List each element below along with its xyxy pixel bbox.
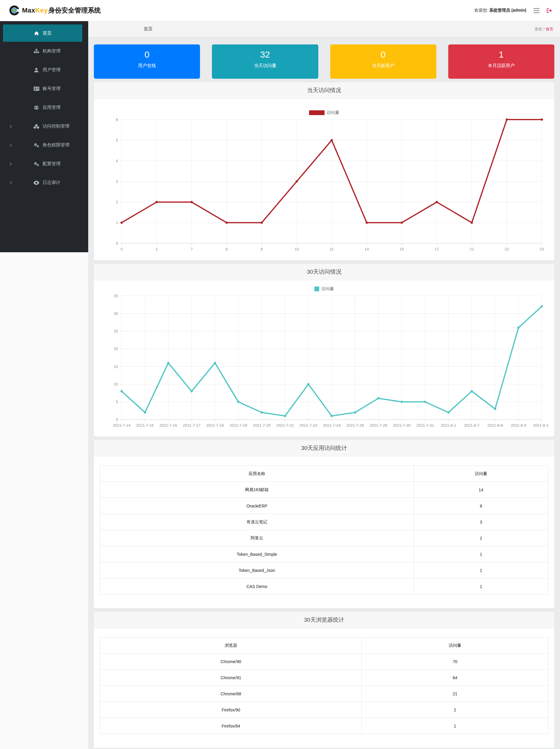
svg-text:23: 23	[540, 247, 544, 251]
chevron-right-icon	[9, 125, 12, 128]
panel-header: 30天访问情况	[94, 264, 554, 280]
svg-text:22: 22	[505, 247, 509, 251]
table-cell: 网易163邮箱	[100, 482, 414, 498]
eye-icon	[33, 181, 40, 185]
browser-stats-table: 浏览器访问量Chrome/9070Chrome/9164Chrome/8821F…	[100, 637, 548, 734]
column-header: 浏览器	[100, 638, 362, 654]
column-header: 访问量	[414, 466, 548, 482]
svg-text:4: 4	[116, 158, 118, 163]
svg-text:2021-7-14: 2021-7-14	[113, 423, 130, 428]
sidebar-item-label: 配置管理	[43, 161, 61, 167]
table-row: 有道云笔记3	[100, 514, 548, 530]
breadcrumb-separator: /	[543, 27, 544, 31]
svg-text:0: 0	[116, 241, 118, 246]
logout-button[interactable]	[546, 8, 552, 13]
sidebar-item-label: 日志审计	[43, 180, 61, 186]
content-tab-home[interactable]: 首页	[144, 26, 153, 32]
user-icon	[33, 68, 40, 72]
svg-text:2021-7-28: 2021-7-28	[346, 423, 364, 428]
sidebar-item-role-permission-management[interactable]: 角色权限管理	[0, 136, 88, 154]
sidebar-item-home[interactable]: 首页	[3, 24, 82, 42]
stat-card-today-visits: 32当天访问量	[212, 44, 318, 79]
stat-card-online-users: 0用户在线	[94, 44, 200, 79]
svg-text:2021-7-17: 2021-7-17	[183, 423, 200, 428]
cubes-icon	[33, 124, 40, 129]
panel-30day-visits: 30天访问情况 访问量 051015202530352021-7-142021-…	[94, 264, 554, 436]
table-cell: 1	[414, 546, 548, 562]
svg-text:8: 8	[226, 247, 228, 251]
table-row: Chrome/9070	[100, 654, 548, 670]
stat-label: 用户在线	[94, 63, 200, 69]
table-cell: 64	[362, 670, 548, 686]
stat-label: 当月新用户	[330, 63, 436, 69]
svg-text:2021-8-7: 2021-8-7	[464, 423, 479, 428]
sidebar-item-org-management[interactable]: 机构管理	[0, 42, 88, 61]
table-cell: Firefox/90	[100, 702, 362, 718]
table-cell: 21	[362, 686, 548, 702]
sidebar-item-label: 机构管理	[43, 48, 61, 54]
svg-text:15: 15	[400, 247, 404, 251]
sidebar-item-label: 用户管理	[43, 67, 61, 73]
svg-text:2021-7-20: 2021-7-20	[253, 423, 270, 428]
table-row: Chrome/9164	[100, 670, 548, 686]
sidebar-item-app-management[interactable]: 应用管理	[0, 98, 88, 117]
legend-swatch	[309, 110, 324, 115]
breadcrumb-root: 系统	[534, 27, 542, 31]
svg-text:2021-7-31: 2021-7-31	[416, 423, 434, 428]
sidebar-item-config-management[interactable]: 配置管理	[0, 154, 88, 173]
chart-legend[interactable]: 访问量	[100, 286, 548, 292]
svg-text:2021-7-23: 2021-7-23	[299, 423, 317, 428]
breadcrumb: 系统/首页	[534, 26, 554, 32]
svg-text:2021-8-9: 2021-8-9	[511, 423, 526, 428]
main-content: 首页 系统/首页 0用户在线32当天访问量0当月新用户1本月活跃用户 当天访问情…	[88, 21, 560, 749]
sidebar-item-access-control-management[interactable]: 访问控制管理	[0, 117, 88, 136]
panel-body: 浏览器访问量Chrome/9070Chrome/9164Chrome/8821F…	[94, 628, 554, 748]
panel-30day-app-stats: 30天应用访问统计 应用名称访问量网易163邮箱14OracleERP8有道云笔…	[94, 440, 554, 608]
current-user: 系统管理员 (admin)	[489, 8, 526, 13]
table-cell: 1	[414, 562, 548, 578]
table-cell: Chrome/88	[100, 686, 362, 702]
svg-text:35: 35	[114, 294, 118, 298]
column-header: 访问量	[362, 638, 548, 654]
svg-text:2021-8-10: 2021-8-10	[533, 423, 548, 428]
table-cell: Token_Based_Simple	[100, 546, 414, 562]
svg-text:2021-7-15: 2021-7-15	[136, 423, 154, 428]
svg-text:1: 1	[116, 220, 118, 225]
table-header-row: 浏览器访问量	[100, 638, 548, 654]
chevron-right-icon	[9, 144, 12, 147]
today-visits-chart: 0123456017891011141517212223	[100, 116, 548, 254]
hamburger-menu-button[interactable]	[532, 7, 541, 14]
table-cell: 8	[414, 498, 548, 514]
svg-text:21: 21	[470, 247, 474, 251]
thirty-day-visits-chart: 051015202530352021-7-142021-7-152021-7-1…	[100, 293, 548, 431]
table-row: 阿里云2	[100, 530, 548, 546]
stats-row: 0用户在线32当天访问量0当月新用户1本月活跃用户	[94, 44, 554, 79]
svg-text:2021-7-29: 2021-7-29	[369, 423, 387, 428]
table-cell: 1	[362, 718, 548, 734]
svg-text:5: 5	[116, 400, 118, 404]
sidebar: 首页机构管理用户管理账号管理应用管理访问控制管理角色权限管理配置管理日志审计	[0, 21, 88, 749]
svg-text:2021-7-18: 2021-7-18	[206, 423, 224, 428]
table-row: Firefox/841	[100, 718, 548, 734]
sidebar-item-log-audit[interactable]: 日志审计	[0, 173, 88, 192]
chart-legend[interactable]: 访问量	[100, 110, 548, 115]
svg-text:2021-7-30: 2021-7-30	[393, 423, 410, 428]
sidebar-item-account-management[interactable]: 账号管理	[0, 79, 88, 98]
table-row: Chrome/8821	[100, 686, 548, 702]
table-cell: 1	[414, 578, 548, 595]
table-cell: CAS Demo	[100, 578, 414, 595]
idcard-icon	[33, 86, 40, 91]
breadcrumb-current[interactable]: 首页	[546, 27, 554, 31]
table-row: CAS Demo1	[100, 578, 548, 595]
svg-text:0: 0	[120, 247, 122, 251]
panel-30day-browser-stats: 30天浏览器统计 浏览器访问量Chrome/9070Chrome/9164Chr…	[94, 612, 554, 748]
table-cell: 阿里云	[100, 530, 414, 546]
table-cell: 14	[414, 482, 548, 498]
maxkey-logo	[9, 5, 20, 16]
sidebar-item-user-management[interactable]: 用户管理	[0, 61, 88, 79]
chevron-right-icon	[9, 162, 12, 166]
table-row: Token_Based_Simple1	[100, 546, 548, 562]
table-cell: 70	[362, 654, 548, 670]
brand: MaxKey身份安全管理系统	[9, 5, 101, 16]
table-cell: Token_Based_Json	[100, 562, 414, 578]
